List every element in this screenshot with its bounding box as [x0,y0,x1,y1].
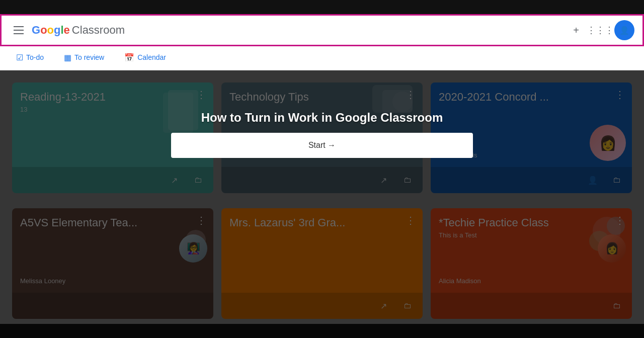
tutorial-overlay: How to Turn in Work in Google Classroom … [0,70,644,338]
todo-label: To-do [26,53,44,61]
classroom-wordmark: Classroom [72,24,125,37]
add-icon: + [573,25,579,36]
toreview-icon: ▦ [64,53,71,62]
calendar-tab[interactable]: 📅 Calendar [116,46,174,70]
add-button[interactable]: + [566,20,586,40]
top-bar [0,0,644,14]
app-logo: Google Classroom [32,24,125,37]
google-wordmark: Google [32,24,70,37]
user-avatar[interactable]: 👤 [614,20,634,40]
grid-icon: ⋮⋮⋮ [587,25,614,36]
start-button[interactable]: Start → [171,133,473,158]
header-actions: + ⋮⋮⋮ 👤 [566,20,634,40]
todo-tab[interactable]: ☑ To-do [8,46,52,70]
toreview-label: To review [74,53,104,61]
avatar-initial: 👤 [619,26,629,35]
apps-button[interactable]: ⋮⋮⋮ [590,20,610,40]
main-content: ⋮ Reading-13-2021 13 ↗ 🗀 ⋮ Technology Ti… [0,70,644,338]
calendar-label: Calendar [137,53,166,61]
menu-button[interactable] [10,22,28,38]
overlay-title: How to Turn in Work in Google Classroom [201,111,443,125]
toreview-tab[interactable]: ▦ To review [56,46,112,70]
calendar-icon: 📅 [124,53,134,62]
todo-icon: ☑ [16,53,23,62]
nav-tabs: ☑ To-do ▦ To review 📅 Calendar [0,46,644,70]
app-header: Google Classroom + ⋮⋮⋮ 👤 [0,14,644,46]
